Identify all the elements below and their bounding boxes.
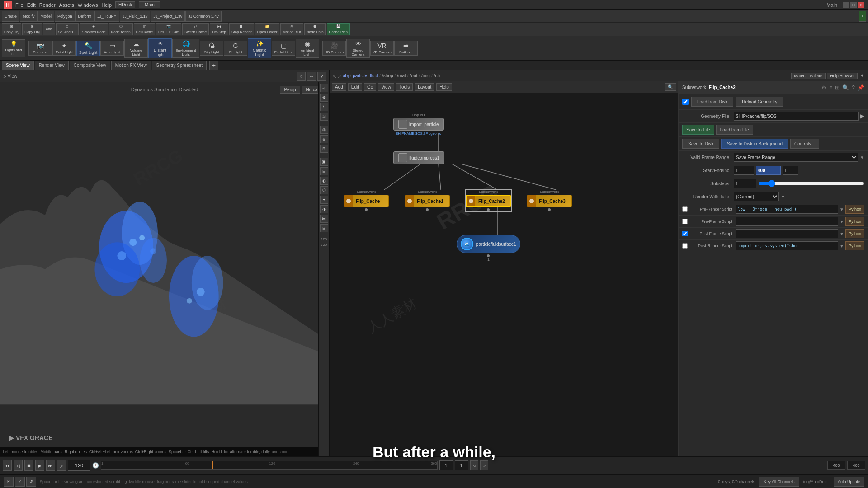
maximize-button[interactable]: □: [850, 2, 857, 8]
fluidcompress1-node[interactable]: fluidcompress1: [393, 151, 444, 164]
tool-icon-2[interactable]: ↔: [307, 72, 316, 81]
play-fwd-btn[interactable]: ⏭: [46, 460, 55, 471]
post-render-python-btn[interactable]: Python: [845, 241, 864, 250]
hdesk-btn[interactable]: HDesk: [115, 1, 135, 8]
key-all-channels-btn[interactable]: Key All Channels: [759, 477, 799, 487]
node-search-icon[interactable]: 🔍: [665, 83, 676, 91]
frame-counter[interactable]: 120: [68, 460, 90, 471]
tool-rotate[interactable]: ↻: [320, 103, 328, 111]
end-frame-timeline[interactable]: [455, 460, 468, 470]
tool-reflect[interactable]: ⋈: [320, 215, 328, 223]
path-mat[interactable]: /mat: [397, 73, 406, 78]
load-from-file-tab[interactable]: Load from File: [716, 125, 753, 135]
revert-btn[interactable]: ↺: [26, 477, 36, 487]
post-frame-dropdown-icon[interactable]: ▼: [840, 231, 844, 236]
end-frame-input[interactable]: [756, 166, 781, 175]
go-prev-btn[interactable]: ◁: [14, 460, 23, 471]
props-help-icon[interactable]: ?: [852, 84, 855, 91]
model-btn[interactable]: Model: [38, 11, 55, 22]
props-gear-icon[interactable]: ⚙: [821, 84, 826, 91]
post-frame-check[interactable]: [682, 231, 688, 236]
flip-cache3-node[interactable]: Subnetwork Flip_Cache3: [527, 190, 572, 211]
flip-cache1-node[interactable]: Subnetwork Flip_Cache1: [405, 190, 450, 211]
tool-cam-tumble[interactable]: ◎: [320, 126, 328, 134]
save-to-file-tab[interactable]: Save to File: [682, 125, 714, 135]
valid-frame-range-select[interactable]: Save Frame Range: [734, 153, 858, 162]
reload-geometry-btn[interactable]: Reload Geometry: [736, 97, 783, 107]
path-img[interactable]: /img: [421, 73, 430, 78]
path-obj[interactable]: obj: [343, 73, 349, 78]
flip-cache2-node[interactable]: Subnetwork Flip_Cache2: [466, 190, 511, 211]
close-button[interactable]: ×: [858, 2, 864, 8]
jj-project-btn[interactable]: JJ_Project_1.3v: [151, 11, 185, 22]
sel-abc-btn[interactable]: ⊡ Sel Abc 1.0: [56, 23, 79, 35]
menu-assets[interactable]: Assets: [59, 2, 74, 8]
add-pane-btn[interactable]: +: [209, 61, 218, 70]
copy-obj2-btn[interactable]: ⊞ Copy Obj: [22, 23, 42, 35]
del-out-cam-btn[interactable]: 📷 Del Out Cam: [156, 23, 181, 35]
gl-light-btn[interactable]: G GL Light: [224, 41, 247, 56]
stop-btn[interactable]: ⏹: [24, 460, 33, 471]
particlefluidsurface1-node[interactable]: 🌊 particlefluidsurface1 1: [457, 235, 520, 262]
menu-help[interactable]: Help: [101, 2, 112, 8]
tab-geometry-spreadsheet[interactable]: Geometry Spreadsheet: [152, 61, 207, 70]
portal-light-btn[interactable]: ▢ Portal Light: [272, 41, 295, 56]
tool-cam-dolly[interactable]: ⊞: [320, 145, 328, 153]
help-browser-btn[interactable]: Help Browser: [827, 73, 858, 79]
load-from-disk-btn[interactable]: Load from Disk: [691, 97, 733, 107]
key-btn[interactable]: K: [4, 477, 14, 487]
path-particle-fluid[interactable]: particle_fluid: [353, 73, 378, 78]
cache-plan-btn[interactable]: 💾 Cache Plan: [327, 23, 350, 35]
tool-select[interactable]: ⊹: [320, 84, 328, 92]
path-out[interactable]: /out: [410, 73, 418, 78]
timeline-prev-key-btn[interactable]: ◁: [470, 460, 478, 470]
tab-render-view[interactable]: Render View: [35, 61, 69, 70]
polygon-btn[interactable]: Polygon: [55, 11, 75, 22]
render-with-take-select[interactable]: (Current): [734, 192, 779, 201]
caustic-light-btn[interactable]: ✨ Caustic Light: [248, 38, 271, 58]
jj-common-btn[interactable]: JJ Common 1.4v: [185, 11, 222, 22]
import-particle-node[interactable]: Dop I/O import_particle $HIPNAME.$OS.$F.…: [393, 113, 444, 136]
controls-btn[interactable]: Controls...: [790, 139, 819, 149]
tab-motion-fx-view[interactable]: Motion FX View: [111, 61, 151, 70]
tool-scale[interactable]: ⇲: [320, 113, 328, 121]
pre-frame-check[interactable]: [682, 219, 688, 224]
volume-light-btn[interactable]: ☁ Volume Light: [124, 39, 148, 58]
motion-blur-btn[interactable]: ≋ Motion Blur: [280, 23, 303, 35]
tool-display-geo[interactable]: ▣: [320, 158, 328, 166]
tool-icon-3[interactable]: ⤢: [317, 72, 326, 81]
load-from-disk-check[interactable]: [682, 99, 689, 105]
vr-camera-btn[interactable]: VR VR Camera: [370, 41, 394, 56]
jj-fluid-btn[interactable]: JJ_Fluid_1.1v: [120, 11, 151, 22]
commit-btn[interactable]: ✓: [15, 477, 25, 487]
ambient-light-btn[interactable]: ◉ Ambient Light: [296, 39, 319, 58]
tool-display-pts[interactable]: ⊟: [320, 167, 328, 175]
tool-grid[interactable]: ⊞: [320, 224, 328, 232]
persp-btn[interactable]: Persp: [280, 86, 300, 94]
stop-render-btn[interactable]: ⏹ Stop Render: [229, 23, 254, 35]
del-cache-btn[interactable]: 🗑 Del Cache: [134, 23, 155, 35]
node-tab-edit[interactable]: Edit: [348, 83, 362, 91]
material-palette-btn[interactable]: Material Palette: [791, 73, 826, 79]
tool-shadows[interactable]: ◑: [320, 205, 328, 213]
go-next-btn[interactable]: ▷: [57, 460, 66, 471]
menu-file[interactable]: File: [15, 2, 24, 8]
nav-back-btn[interactable]: ◁: [333, 73, 336, 78]
deform-btn[interactable]: Deform: [75, 11, 94, 22]
env-light-btn[interactable]: 🌐 Environment Light: [172, 39, 199, 58]
menu-edit[interactable]: Edit: [27, 2, 36, 8]
tool-shading[interactable]: ◐: [320, 177, 328, 185]
add-tab-btn[interactable]: +: [859, 11, 866, 22]
realtime-icon[interactable]: 🕐: [92, 462, 99, 469]
pre-render-python-btn[interactable]: Python: [845, 205, 864, 214]
inc-frame-input[interactable]: [783, 166, 798, 175]
create-btn[interactable]: Create: [2, 11, 19, 22]
post-frame-script-input[interactable]: [736, 229, 838, 238]
post-frame-python-btn[interactable]: Python: [845, 229, 864, 238]
save-to-disk-bg-btn[interactable]: Save to Disk in Background: [721, 139, 788, 149]
abc-btn[interactable]: abc: [43, 23, 55, 35]
del-step-btn[interactable]: ⏮ Del/Step: [210, 23, 228, 35]
pre-render-dropdown-icon[interactable]: ▼: [840, 207, 844, 212]
path-shop[interactable]: /shop: [382, 73, 393, 78]
pre-frame-dropdown-icon[interactable]: ▼: [840, 219, 844, 224]
